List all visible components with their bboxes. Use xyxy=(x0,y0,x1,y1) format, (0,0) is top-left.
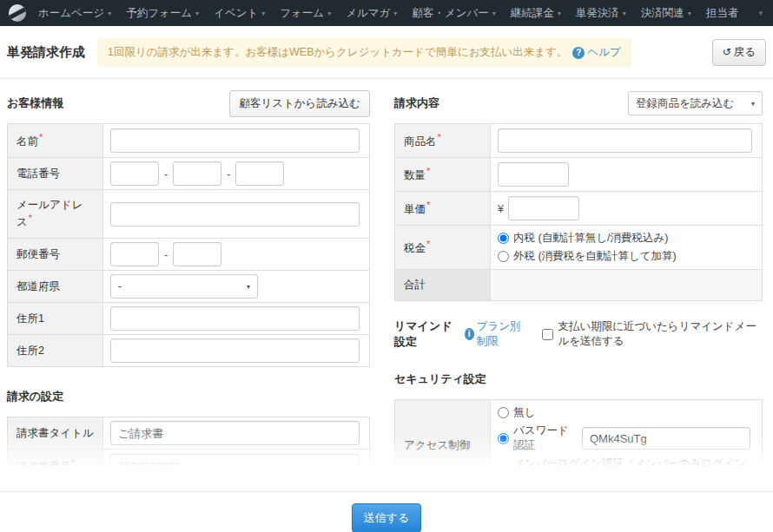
security-settings-title: セキュリティ設定 xyxy=(394,371,486,387)
chevron-down-icon: ▾ xyxy=(195,10,199,17)
required-mark: * xyxy=(72,457,76,468)
nav-item-event[interactable]: イベント▾ xyxy=(214,6,265,21)
table-row: 郵便番号 - xyxy=(8,239,370,271)
email-input[interactable] xyxy=(110,202,360,227)
invoice-column: 請求内容 登録商品を読み込む ▾ 商品名* 数量* 単価* ¥ 税金* xyxy=(394,89,763,476)
product-name-label: 商品名* xyxy=(395,124,491,158)
table-row: 税金* 内税 (自動計算無し/消費税込み) 外税 (消費税を自動計算して加算) xyxy=(395,226,763,270)
access-password-option[interactable]: パスワード認証 xyxy=(498,422,755,455)
name-input[interactable] xyxy=(110,128,360,153)
plan-limit-link[interactable]: プラン別制限 xyxy=(477,319,529,349)
reminder-title: リマインド設定 xyxy=(394,319,458,350)
nav-item-recurring-billing[interactable]: 継続課金▾ xyxy=(511,6,561,21)
nav-item-customers-members[interactable]: 顧客・メンバー▾ xyxy=(412,6,495,21)
back-button[interactable]: ↺戻る xyxy=(712,39,766,66)
invoice-form-table: 商品名* 数量* 単価* ¥ 税金* 内税 (自動計算無し/消費税込み) xyxy=(394,123,763,301)
tax-exclusive-option[interactable]: 外税 (消費税を自動計算して加算) xyxy=(498,247,755,266)
tax-label: 税金* xyxy=(395,226,491,270)
reminder-checkbox-option[interactable]: 支払い期限に近づいたらリマインドメールを送信する xyxy=(542,319,763,349)
billing-settings-title: 請求の設定 xyxy=(7,389,63,404)
load-from-customer-list-button[interactable]: 顧客リストから読み込む xyxy=(229,90,370,117)
access-none-option[interactable]: 無し xyxy=(498,404,755,422)
nav-item-single-payment[interactable]: 単発決済▾ xyxy=(576,6,626,21)
address2-input[interactable] xyxy=(110,338,360,363)
phone-input-3[interactable] xyxy=(235,161,284,186)
total-value xyxy=(491,270,763,301)
required-mark: * xyxy=(426,166,430,176)
phone-label: 電話番号 xyxy=(8,158,103,190)
help-question-icon[interactable]: ? xyxy=(572,47,585,59)
access-member-login-option[interactable]: メンバーログイン認証（メンバーのみログイン可） xyxy=(498,455,755,476)
access-member-login-radio[interactable] xyxy=(498,466,509,476)
chevron-down-icon: ▾ xyxy=(247,283,250,291)
undo-arrow-icon: ↺ xyxy=(723,46,731,58)
table-row: 単価* ¥ xyxy=(395,192,763,226)
app-logo-icon[interactable] xyxy=(9,4,26,22)
chevron-down-icon: ▾ xyxy=(558,10,561,17)
quantity-input[interactable] xyxy=(498,162,569,187)
load-registered-product-select[interactable]: 登録商品を読み込む ▾ xyxy=(628,91,763,115)
info-banner-text: 1回限りの請求が出来ます。お客様はWEBからクレジットカードで簡単にお支払い出来… xyxy=(108,45,567,60)
submit-button[interactable]: 送信する xyxy=(352,503,422,532)
table-row: 名前* xyxy=(8,124,370,158)
nav-item-reservation-form[interactable]: 予約フォーム▾ xyxy=(126,6,199,21)
nav-item-staff[interactable]: 担当者 xyxy=(706,6,739,21)
help-link[interactable]: ヘルプ xyxy=(587,45,620,60)
top-navbar: ホームページ▾ 予約フォーム▾ イベント▾ フォーム▾ メルマガ▾ 顧客・メンバ… xyxy=(0,0,773,26)
invoice-section-title: 請求内容 xyxy=(394,95,439,111)
chevron-down-icon: ▾ xyxy=(327,10,331,17)
access-password-radio[interactable] xyxy=(498,433,509,444)
account-menu-chevron-icon[interactable]: ▾ xyxy=(758,9,763,17)
customer-form-table: 名前* 電話番号 -- メールアドレス* 郵便番号 - 都道府県 xyxy=(7,123,370,367)
required-mark: * xyxy=(438,132,441,142)
postal-input-1[interactable] xyxy=(110,242,159,266)
access-control-label: アクセス制御 xyxy=(395,400,491,476)
total-label: 合計 xyxy=(395,270,491,301)
access-none-radio[interactable] xyxy=(498,407,509,418)
invoice-number-input[interactable] xyxy=(110,454,360,476)
table-row: 合計 xyxy=(395,270,763,301)
customer-section-title: お客様情報 xyxy=(7,95,63,111)
invoice-title-input[interactable] xyxy=(110,421,360,445)
info-circle-icon: i xyxy=(465,328,474,340)
tax-inclusive-radio[interactable] xyxy=(498,233,509,244)
email-label: メールアドレス* xyxy=(8,190,103,239)
nav-item-homepage[interactable]: ホームページ▾ xyxy=(38,6,111,21)
phone-input-2[interactable] xyxy=(173,161,221,186)
table-row: 住所1 xyxy=(8,303,370,335)
unit-price-input[interactable] xyxy=(508,196,579,220)
name-label: 名前* xyxy=(8,124,103,158)
postal-input-2[interactable] xyxy=(173,242,221,266)
main-content: お客様情報 顧客リストから読み込む 名前* 電話番号 -- メールアドレス* 郵… xyxy=(0,79,773,476)
tax-exclusive-radio[interactable] xyxy=(498,251,509,262)
tax-inclusive-option[interactable]: 内税 (自動計算無し/消費税込み) xyxy=(498,229,755,247)
chevron-down-icon: ▾ xyxy=(108,10,111,17)
nav-item-payment-related[interactable]: 決済関連▾ xyxy=(641,6,691,21)
address1-input[interactable] xyxy=(110,306,360,331)
postal-label: 郵便番号 xyxy=(8,239,103,271)
required-mark: * xyxy=(39,132,43,142)
table-row: 都道府県 - ▾ xyxy=(8,271,370,303)
chevron-down-icon: ▾ xyxy=(623,10,626,17)
table-row: 住所2 xyxy=(8,335,370,367)
required-mark: * xyxy=(426,200,430,210)
chevron-down-icon: ▾ xyxy=(688,10,691,17)
reminder-checkbox[interactable] xyxy=(542,329,553,340)
prefecture-label: 都道府県 xyxy=(8,271,103,303)
nav-item-form[interactable]: フォーム▾ xyxy=(280,6,331,21)
unit-price-label: 単価* xyxy=(395,192,491,226)
nav-item-mailmagazine[interactable]: メルマガ▾ xyxy=(346,6,397,21)
customer-column: お客様情報 顧客リストから読み込む 名前* 電話番号 -- メールアドレス* 郵… xyxy=(7,91,370,476)
invoice-title-label: 請求書タイトル xyxy=(8,417,103,450)
product-name-input[interactable] xyxy=(498,128,752,153)
table-row: 商品名* xyxy=(395,124,763,158)
chevron-down-icon: ▾ xyxy=(751,100,755,108)
yen-symbol: ¥ xyxy=(498,203,504,215)
security-form-table: アクセス制御 無し パスワード認証 メンバーログイン認証（メンバーのみログイン可… xyxy=(394,399,763,476)
info-banner: 1回限りの請求が出来ます。お客様はWEBからクレジットカードで簡単にお支払い出来… xyxy=(97,38,631,67)
table-row: 電話番号 -- xyxy=(8,158,370,190)
phone-input-1[interactable] xyxy=(110,161,159,186)
page-title: 単発請求作成 xyxy=(7,44,85,61)
password-input[interactable] xyxy=(582,427,750,450)
prefecture-select[interactable]: - ▾ xyxy=(110,274,258,299)
